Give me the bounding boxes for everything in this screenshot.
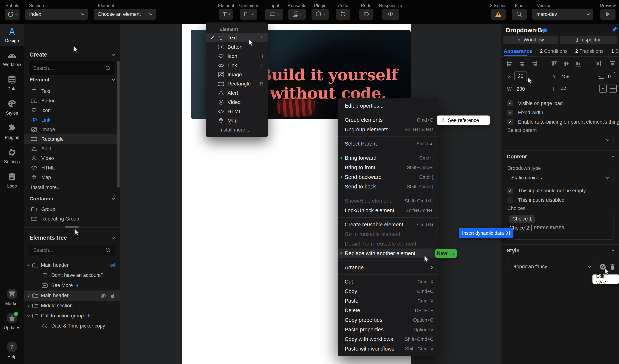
toolbar-button-element[interactable] bbox=[219, 9, 233, 20]
checkbox-box[interactable]: ✓ bbox=[507, 188, 513, 194]
element-menu-install-more[interactable]: Install more... bbox=[206, 125, 268, 135]
tree-row-date-time-picker-copy[interactable]: Date & Time picker copy bbox=[24, 321, 120, 331]
align-center-h-icon[interactable] bbox=[519, 60, 525, 67]
checkbox-box[interactable]: ✓ bbox=[507, 100, 513, 106]
sidebar-item-market[interactable]: Market bbox=[0, 288, 24, 311]
create-item-repeating-group[interactable]: Repeating Group bbox=[24, 214, 120, 224]
create-item-image[interactable]: Image bbox=[24, 125, 120, 134]
workflow-button[interactable]: Workflow bbox=[503, 36, 558, 44]
sidebar-item-updates[interactable]: Updates bbox=[0, 312, 24, 336]
lock-icon[interactable] bbox=[110, 293, 116, 298]
select-parent-dropdown[interactable] bbox=[506, 135, 614, 145]
create-item-alert[interactable]: Alert bbox=[24, 144, 120, 154]
tree-search-input[interactable]: Search... bbox=[29, 245, 115, 255]
context-menu-item-send-backward[interactable]: Send backwardCmd+[ bbox=[338, 172, 439, 182]
distribute-h-icon[interactable] bbox=[595, 60, 602, 67]
checkbox-box[interactable]: ✓ bbox=[507, 119, 513, 125]
choices-input[interactable]: Choice 1 Choice 2 PRESS ENTER bbox=[506, 213, 614, 240]
create-item-link[interactable]: Link bbox=[24, 115, 120, 125]
create-item-rectangle[interactable]: Rectangle bbox=[24, 134, 120, 144]
context-menu-item-replace-with-another-element[interactable]: Replace with another element...New! → bbox=[338, 249, 439, 258]
element-menu-item-alert[interactable]: Alert bbox=[206, 88, 268, 98]
y-value[interactable]: 458 bbox=[561, 74, 569, 79]
insert-dynamic-data-button[interactable]: Insert dynamic data bbox=[459, 228, 513, 238]
element-menu-item-button[interactable]: Button bbox=[206, 42, 268, 52]
elements-tree-header[interactable]: Elements tree bbox=[29, 234, 114, 242]
element-menu-item-map[interactable]: Map bbox=[206, 116, 268, 125]
tab-transitions[interactable]: 2 Transitions bbox=[575, 48, 604, 54]
create-item-video[interactable]: Video bbox=[24, 154, 120, 163]
element-select[interactable]: Choose an element bbox=[94, 9, 156, 20]
toolbar-button-responsive[interactable] bbox=[382, 9, 399, 20]
tree-row-call-to-action-group[interactable]: Call to action group bbox=[24, 311, 120, 321]
context-menu-item-group-elements[interactable]: Group elementsCmd+G bbox=[338, 115, 439, 125]
inspector-button[interactable]: i Inspector bbox=[560, 36, 617, 44]
context-menu-item-delete[interactable]: DeleteDELETE bbox=[338, 306, 439, 315]
tab-appearance[interactable]: Appearance bbox=[504, 48, 532, 54]
create-search-input[interactable]: Search... bbox=[29, 61, 115, 75]
eye-hidden-icon[interactable] bbox=[100, 293, 106, 298]
toolbar-button-input[interactable] bbox=[265, 9, 283, 20]
context-menu-item-edit-properties[interactable]: Edit properties... bbox=[338, 101, 439, 111]
context-menu-item-paste[interactable]: PasteCmd+V bbox=[338, 296, 439, 306]
checkbox-enable-auto-binding-on-parent-element-s-thing[interactable]: ✓Enable auto-binding on parent element's… bbox=[507, 118, 619, 126]
panel-resize-handle[interactable] bbox=[24, 227, 120, 227]
sidebar-item-workflow[interactable]: Workflow bbox=[0, 46, 24, 71]
w-value[interactable]: 230 bbox=[517, 86, 525, 92]
chevron-down-icon[interactable] bbox=[27, 314, 30, 317]
element-menu-item-rectangle[interactable]: RectangleR bbox=[206, 79, 268, 88]
toolbar-button-undo[interactable] bbox=[336, 9, 350, 20]
chevron-down-icon[interactable] bbox=[27, 264, 30, 267]
tree-row-main-header[interactable]: Main header bbox=[24, 260, 120, 270]
see-reference-button[interactable]: ? See reference → bbox=[437, 115, 490, 125]
tree-row-main-header[interactable]: Main header bbox=[24, 291, 120, 301]
context-menu-item-lock-unlock-element[interactable]: Lock/Unlock elementShift+Cmd+L bbox=[338, 206, 439, 215]
element-menu-item-text[interactable]: ✓TextT bbox=[206, 33, 268, 42]
find-button[interactable] bbox=[512, 9, 527, 20]
checkbox-box[interactable] bbox=[507, 197, 513, 203]
comment-bubble-icon[interactable] bbox=[542, 28, 548, 33]
element-menu-item-link[interactable]: LinkL bbox=[206, 61, 268, 70]
version-select[interactable]: marc-dev bbox=[532, 9, 593, 20]
sidebar-item-data[interactable]: Data bbox=[0, 71, 24, 95]
sidebar-item-styles[interactable]: Styles bbox=[0, 95, 24, 119]
content-section-header[interactable]: Content bbox=[506, 153, 614, 160]
preview-button[interactable] bbox=[600, 9, 616, 20]
element-menu-item-html[interactable]: HTML bbox=[206, 107, 268, 116]
tree-row-see-more[interactable]: See More bbox=[24, 280, 120, 291]
sidebar-item-help[interactable]: ?Help bbox=[0, 341, 24, 364]
sidebar-item-plugins[interactable]: Plugins bbox=[0, 119, 24, 144]
element-section-header[interactable]: Element bbox=[29, 76, 114, 84]
sidebar-item-design[interactable]: Design bbox=[0, 24, 24, 46]
chevron-right-icon[interactable] bbox=[27, 294, 30, 297]
eye-hidden-icon[interactable] bbox=[110, 263, 116, 268]
context-menu-item-copy[interactable]: CopyCmd+C bbox=[338, 286, 439, 296]
edit-style-icon[interactable] bbox=[599, 263, 606, 270]
context-menu-item-arrange[interactable]: Arrange... bbox=[338, 263, 439, 272]
fit-height-icon[interactable] bbox=[599, 84, 607, 93]
toolbar-button-reusable[interactable] bbox=[288, 9, 306, 20]
checkbox-visible-on-page-load[interactable]: ✓Visible on page load bbox=[507, 100, 563, 107]
x-input[interactable]: 20 bbox=[514, 71, 527, 81]
panel-scrollbar[interactable] bbox=[117, 61, 120, 188]
element-menu-item-icon[interactable]: IconI bbox=[206, 52, 268, 61]
new-badge[interactable]: New! → bbox=[435, 249, 457, 258]
tab-states[interactable]: 1 States bbox=[611, 48, 619, 54]
checkbox-this-input-is-disabled[interactable]: This input is disabled bbox=[507, 196, 564, 204]
toolbar-button-container[interactable] bbox=[240, 9, 257, 20]
create-section-header[interactable]: Create bbox=[29, 51, 114, 58]
context-menu-item-bring-forward[interactable]: Bring forwardCmd+] bbox=[338, 153, 439, 163]
create-item-group[interactable]: Group bbox=[24, 204, 120, 214]
create-item-icon[interactable]: Icon bbox=[24, 106, 120, 115]
context-menu-item-paste-properties[interactable]: Paste propertiesOption+V bbox=[338, 325, 439, 334]
container-section-header[interactable]: Container bbox=[29, 195, 114, 203]
element-menu-item-video[interactable]: Video bbox=[206, 98, 268, 107]
toolbar-button-plugin[interactable] bbox=[311, 9, 329, 20]
align-center-v-icon[interactable] bbox=[563, 60, 570, 67]
distribute-v-icon[interactable] bbox=[609, 60, 616, 67]
pin-icon[interactable] bbox=[611, 26, 618, 33]
angle-value[interactable]: 0 bbox=[608, 74, 611, 79]
style-select[interactable]: Dropdown fancy bbox=[506, 261, 595, 272]
chevron-right-icon[interactable] bbox=[27, 304, 30, 307]
sidebar-item-settings[interactable]: Settings bbox=[0, 144, 24, 168]
